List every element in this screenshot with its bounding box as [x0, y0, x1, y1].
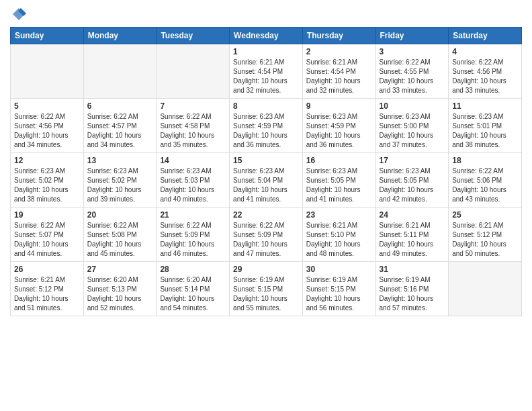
- day-number: 26: [14, 265, 80, 274]
- day-info: Sunrise: 6:22 AM Sunset: 5:09 PM Dayligh…: [233, 221, 299, 259]
- day-number: 28: [160, 265, 226, 274]
- calendar-cell: 18Sunrise: 6:22 AM Sunset: 5:06 PM Dayli…: [449, 153, 522, 208]
- calendar-cell: 22Sunrise: 6:22 AM Sunset: 5:09 PM Dayli…: [230, 208, 303, 262]
- day-info: Sunrise: 6:21 AM Sunset: 4:54 PM Dayligh…: [233, 58, 299, 95]
- day-info: Sunrise: 6:23 AM Sunset: 4:59 PM Dayligh…: [233, 112, 299, 150]
- calendar-cell: 28Sunrise: 6:20 AM Sunset: 5:14 PM Dayli…: [157, 262, 230, 316]
- day-number: 31: [380, 265, 445, 274]
- day-number: 23: [306, 210, 372, 220]
- calendar-table: SundayMondayTuesdayWednesdayThursdayFrid…: [10, 27, 522, 316]
- day-info: Sunrise: 6:22 AM Sunset: 4:56 PM Dayligh…: [14, 112, 80, 150]
- calendar-cell: 3Sunrise: 6:22 AM Sunset: 4:55 PM Daylig…: [375, 44, 449, 99]
- day-info: Sunrise: 6:21 AM Sunset: 4:54 PM Dayligh…: [306, 58, 372, 95]
- calendar-cell: 19Sunrise: 6:22 AM Sunset: 5:07 PM Dayli…: [11, 208, 84, 262]
- day-number: 3: [380, 47, 445, 56]
- calendar-cell: [157, 44, 230, 99]
- day-info: Sunrise: 6:22 AM Sunset: 5:06 PM Dayligh…: [452, 167, 518, 204]
- calendar-cell: [83, 44, 157, 99]
- calendar-cell: 4Sunrise: 6:22 AM Sunset: 4:56 PM Daylig…: [449, 44, 522, 99]
- day-number: 6: [87, 101, 153, 111]
- day-info: Sunrise: 6:20 AM Sunset: 5:14 PM Dayligh…: [160, 275, 226, 313]
- calendar-week-row: 26Sunrise: 6:21 AM Sunset: 5:12 PM Dayli…: [11, 262, 522, 316]
- logo-icon: [11, 7, 26, 21]
- day-info: Sunrise: 6:23 AM Sunset: 4:59 PM Dayligh…: [306, 112, 372, 150]
- day-number: 22: [233, 210, 299, 220]
- day-number: 14: [160, 156, 226, 165]
- weekday-header-saturday: Saturday: [449, 28, 522, 44]
- day-number: 5: [14, 101, 80, 111]
- calendar-cell: 5Sunrise: 6:22 AM Sunset: 4:56 PM Daylig…: [11, 99, 84, 153]
- calendar-cell: 12Sunrise: 6:23 AM Sunset: 5:02 PM Dayli…: [11, 153, 84, 208]
- day-info: Sunrise: 6:23 AM Sunset: 5:05 PM Dayligh…: [306, 167, 372, 204]
- day-number: 15: [233, 156, 299, 165]
- day-info: Sunrise: 6:22 AM Sunset: 5:07 PM Dayligh…: [14, 221, 80, 259]
- day-info: Sunrise: 6:23 AM Sunset: 5:02 PM Dayligh…: [14, 167, 80, 204]
- day-info: Sunrise: 6:21 AM Sunset: 5:12 PM Dayligh…: [14, 275, 80, 313]
- day-info: Sunrise: 6:21 AM Sunset: 5:11 PM Dayligh…: [380, 221, 445, 259]
- calendar-cell: 16Sunrise: 6:23 AM Sunset: 5:05 PM Dayli…: [302, 153, 375, 208]
- day-number: 20: [87, 210, 153, 220]
- day-number: 29: [233, 265, 299, 274]
- day-info: Sunrise: 6:19 AM Sunset: 5:15 PM Dayligh…: [306, 275, 372, 313]
- calendar-week-row: 12Sunrise: 6:23 AM Sunset: 5:02 PM Dayli…: [11, 153, 522, 208]
- calendar-week-row: 1Sunrise: 6:21 AM Sunset: 4:54 PM Daylig…: [11, 44, 522, 99]
- day-info: Sunrise: 6:22 AM Sunset: 5:09 PM Dayligh…: [160, 221, 226, 259]
- day-number: 25: [452, 210, 518, 220]
- day-number: 9: [306, 101, 372, 111]
- day-number: 12: [14, 156, 80, 165]
- calendar-cell: 17Sunrise: 6:23 AM Sunset: 5:05 PM Dayli…: [375, 153, 449, 208]
- day-info: Sunrise: 6:23 AM Sunset: 5:01 PM Dayligh…: [452, 112, 518, 150]
- calendar-cell: 14Sunrise: 6:23 AM Sunset: 5:03 PM Dayli…: [157, 153, 230, 208]
- calendar-cell: 10Sunrise: 6:23 AM Sunset: 5:00 PM Dayli…: [375, 99, 449, 153]
- day-info: Sunrise: 6:21 AM Sunset: 5:10 PM Dayligh…: [306, 221, 372, 259]
- calendar-cell: 15Sunrise: 6:23 AM Sunset: 5:04 PM Dayli…: [230, 153, 303, 208]
- page-container: SundayMondayTuesdayWednesdayThursdayFrid…: [0, 0, 532, 411]
- day-info: Sunrise: 6:19 AM Sunset: 5:15 PM Dayligh…: [233, 275, 299, 313]
- day-number: 4: [452, 47, 518, 56]
- day-number: 17: [380, 156, 445, 165]
- calendar-cell: 23Sunrise: 6:21 AM Sunset: 5:10 PM Dayli…: [302, 208, 375, 262]
- weekday-header-tuesday: Tuesday: [157, 28, 230, 44]
- calendar-cell: 29Sunrise: 6:19 AM Sunset: 5:15 PM Dayli…: [230, 262, 303, 316]
- day-info: Sunrise: 6:23 AM Sunset: 5:03 PM Dayligh…: [160, 167, 226, 204]
- day-info: Sunrise: 6:23 AM Sunset: 5:00 PM Dayligh…: [380, 112, 445, 150]
- day-number: 24: [380, 210, 445, 220]
- weekday-header-thursday: Thursday: [302, 28, 375, 44]
- weekday-header-friday: Friday: [375, 28, 449, 44]
- calendar-cell: 27Sunrise: 6:20 AM Sunset: 5:13 PM Dayli…: [83, 262, 157, 316]
- day-number: 1: [233, 47, 299, 56]
- day-info: Sunrise: 6:22 AM Sunset: 5:08 PM Dayligh…: [87, 221, 153, 259]
- calendar-cell: 31Sunrise: 6:19 AM Sunset: 5:16 PM Dayli…: [375, 262, 449, 316]
- day-info: Sunrise: 6:22 AM Sunset: 4:55 PM Dayligh…: [380, 58, 445, 95]
- day-info: Sunrise: 6:23 AM Sunset: 5:04 PM Dayligh…: [233, 167, 299, 204]
- day-number: 18: [452, 156, 518, 165]
- day-info: Sunrise: 6:23 AM Sunset: 5:02 PM Dayligh…: [87, 167, 153, 204]
- day-number: 11: [452, 101, 518, 111]
- day-number: 2: [306, 47, 372, 56]
- day-info: Sunrise: 6:22 AM Sunset: 4:58 PM Dayligh…: [160, 112, 226, 150]
- day-number: 10: [380, 101, 445, 111]
- calendar-cell: 21Sunrise: 6:22 AM Sunset: 5:09 PM Dayli…: [157, 208, 230, 262]
- day-info: Sunrise: 6:21 AM Sunset: 5:12 PM Dayligh…: [452, 221, 518, 259]
- calendar-cell: 25Sunrise: 6:21 AM Sunset: 5:12 PM Dayli…: [449, 208, 522, 262]
- calendar-cell: 26Sunrise: 6:21 AM Sunset: 5:12 PM Dayli…: [11, 262, 84, 316]
- weekday-header-monday: Monday: [83, 28, 157, 44]
- day-number: 27: [87, 265, 153, 274]
- logo: [10, 7, 28, 21]
- calendar-cell: 1Sunrise: 6:21 AM Sunset: 4:54 PM Daylig…: [230, 44, 303, 99]
- weekday-header-row: SundayMondayTuesdayWednesdayThursdayFrid…: [11, 28, 522, 44]
- calendar-cell: 7Sunrise: 6:22 AM Sunset: 4:58 PM Daylig…: [157, 99, 230, 153]
- weekday-header-wednesday: Wednesday: [230, 28, 303, 44]
- day-info: Sunrise: 6:22 AM Sunset: 4:56 PM Dayligh…: [452, 58, 518, 95]
- day-info: Sunrise: 6:22 AM Sunset: 4:57 PM Dayligh…: [87, 112, 153, 150]
- day-number: 8: [233, 101, 299, 111]
- day-number: 19: [14, 210, 80, 220]
- calendar-cell: 24Sunrise: 6:21 AM Sunset: 5:11 PM Dayli…: [375, 208, 449, 262]
- calendar-cell: [11, 44, 84, 99]
- day-number: 30: [306, 265, 372, 274]
- header: [10, 7, 522, 21]
- calendar-cell: [449, 262, 522, 316]
- day-info: Sunrise: 6:23 AM Sunset: 5:05 PM Dayligh…: [380, 167, 445, 204]
- calendar-week-row: 19Sunrise: 6:22 AM Sunset: 5:07 PM Dayli…: [11, 208, 522, 262]
- day-number: 13: [87, 156, 153, 165]
